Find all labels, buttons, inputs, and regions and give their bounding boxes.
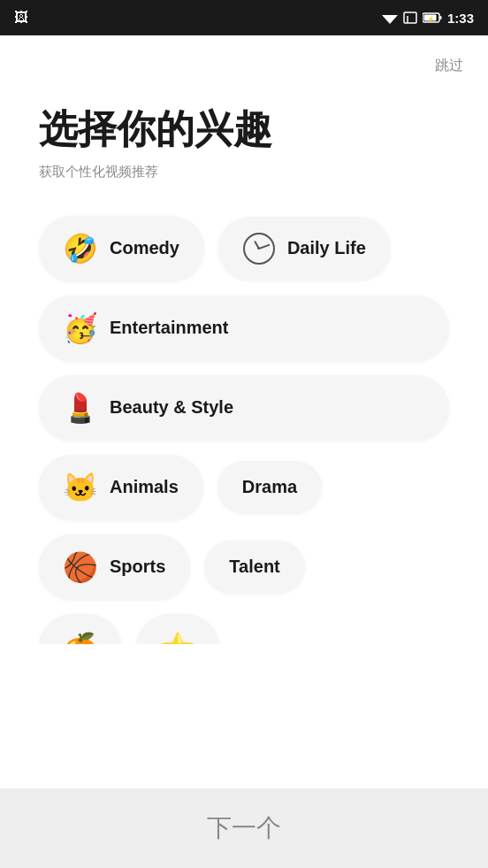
sports-label: Sports [110, 557, 165, 577]
category-row-3: 💄 Beauty & Style [39, 375, 449, 441]
sports-icon: 🏀 [64, 550, 97, 584]
beauty-style-label: Beauty & Style [110, 397, 233, 418]
page-subtitle: 获取个性化视频推荐 [39, 164, 449, 181]
category-row-2: 🥳 Entertainment [39, 296, 449, 361]
partial-icon-1: 🍊 [64, 631, 97, 644]
animals-icon: 🐱 [64, 471, 97, 504]
gallery-icon: 🖼 [14, 10, 28, 26]
status-bar-right: ⚡ 1:33 [382, 11, 474, 26]
time-display: 1:33 [447, 11, 474, 26]
daily-life-label: Daily Life [287, 238, 366, 258]
entertainment-label: Entertainment [110, 318, 228, 338]
svg-rect-1 [404, 12, 416, 23]
partial-row: 🍊 ⭐ [0, 600, 488, 644]
battery-icon: ⚡ [423, 12, 442, 23]
svg-text:⚡: ⚡ [427, 15, 435, 23]
partial-item-2[interactable]: ⭐ [136, 614, 219, 644]
category-beauty-style[interactable]: 💄 Beauty & Style [39, 375, 449, 441]
comedy-label: Comedy [110, 238, 179, 258]
beauty-style-icon: 💄 [64, 391, 97, 425]
category-talent[interactable]: Talent [204, 541, 304, 593]
categories-container: 🤣 Comedy Daily Life 🥳 Entertainment [0, 216, 488, 600]
partial-item-1[interactable]: 🍊 [39, 614, 122, 644]
category-animals[interactable]: 🐱 Animals [39, 455, 203, 520]
bottom-bar: 下一个 [0, 788, 488, 868]
talent-label: Talent [229, 557, 279, 577]
category-drama[interactable]: Drama [217, 461, 322, 513]
status-bar-left: 🖼 [14, 10, 28, 26]
category-sports[interactable]: 🏀 Sports [39, 534, 190, 600]
wifi-icon [382, 12, 398, 24]
animals-label: Animals [110, 477, 179, 497]
page-title: 选择你的兴趣 [39, 106, 449, 153]
svg-rect-5 [439, 16, 441, 19]
comedy-icon: 🤣 [64, 232, 97, 265]
category-row-1: 🤣 Comedy Daily Life [39, 216, 449, 281]
svg-marker-0 [382, 15, 398, 24]
category-daily-life[interactable]: Daily Life [218, 217, 391, 280]
drama-label: Drama [242, 477, 297, 497]
status-bar: 🖼 ⚡ 1:33 [0, 0, 488, 35]
signal-icon [403, 12, 417, 24]
partial-icon-2: ⭐ [161, 631, 194, 644]
skip-button[interactable]: 跳过 [435, 57, 463, 75]
next-button[interactable]: 下一个 [0, 788, 488, 868]
category-row-4: 🐱 Animals Drama [39, 455, 449, 520]
clock-icon [243, 233, 275, 265]
entertainment-icon: 🥳 [64, 311, 97, 345]
category-comedy[interactable]: 🤣 Comedy [39, 216, 204, 281]
category-entertainment[interactable]: 🥳 Entertainment [39, 296, 449, 361]
main-content: 跳过 选择你的兴趣 获取个性化视频推荐 🤣 Comedy Daily Life [0, 35, 488, 868]
category-row-5: 🏀 Sports Talent [39, 534, 449, 600]
header-section: 选择你的兴趣 获取个性化视频推荐 [0, 35, 488, 181]
